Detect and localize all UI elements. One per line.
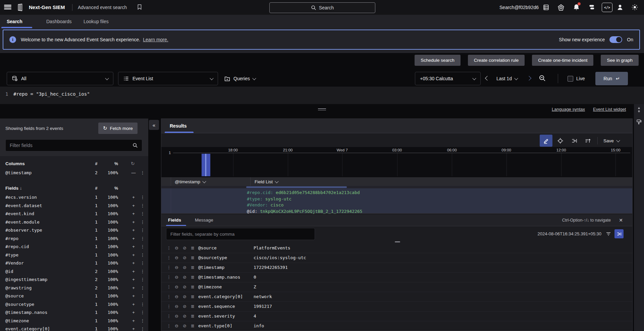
add-column-icon[interactable]: + [130,235,137,243]
add-column-icon[interactable]: + [130,276,137,284]
kebab-menu-icon[interactable]: ⋮ [140,268,145,276]
remove-filter-icon[interactable]: ⊖ [175,263,178,272]
timezone-dropdown[interactable]: +05:30 Calcutta [415,72,481,85]
kebab-menu-icon[interactable]: ⋮ [140,210,145,218]
remove-filter-icon[interactable]: ⊖ [175,312,178,321]
jump-to-event-icon[interactable] [568,135,581,147]
tab-lookup-files[interactable]: Lookup files [84,15,109,28]
field-row[interactable]: #event.module 1 100% + ⋮ [0,218,148,227]
tab-dashboards[interactable]: Dashboards [46,15,72,28]
action-button[interactable]: Schedule search [415,55,461,66]
zoom-out-icon[interactable] [539,75,546,82]
remove-filter-icon[interactable]: ⊖ [175,253,178,263]
add-column-icon[interactable]: + [130,243,137,251]
timestamp-column-header[interactable]: @timestamp [175,177,206,186]
show-in-list-icon[interactable]: ≣ [191,292,195,301]
exclude-filter-icon[interactable]: ⊘ [183,253,186,263]
kebab-menu-icon[interactable]: ⋮ [167,292,171,301]
field-row[interactable]: @timestamp.nanos 1 100% + ⋮ [0,309,148,317]
kebab-menu-icon[interactable]: ⋮ [167,312,171,321]
remove-column-icon[interactable]: — [130,169,137,177]
field-row[interactable]: @id 2 100% + ⋮ [0,268,148,276]
inspector-filter-input[interactable]: Filter fields, separate by comma [166,228,315,240]
field-row[interactable]: #repo.cid 1 100% + ⋮ [0,243,148,251]
show-in-list-icon[interactable]: ≣ [191,253,195,263]
field-row[interactable]: #observer.type 1 100% + ⋮ [0,226,148,235]
kebab-menu-icon[interactable]: ⋮ [140,193,145,202]
data-connections-icon[interactable] [542,3,550,11]
remove-filter-icon[interactable]: ⊖ [175,302,178,311]
exclude-filter-icon[interactable]: ⊘ [183,321,186,331]
add-column-icon[interactable]: + [130,292,137,300]
partial-event-row[interactable] [161,186,632,188]
editor-resize-handle[interactable] [318,108,326,110]
add-column-icon[interactable]: + [130,193,137,202]
remove-filter-icon[interactable]: ⊖ [175,282,178,292]
add-column-icon[interactable]: + [130,309,137,317]
kebab-menu-icon[interactable]: ⋮ [167,321,171,331]
add-column-icon[interactable]: + [130,317,137,325]
kebab-menu-icon[interactable]: ⋮ [140,218,145,227]
exclude-filter-icon[interactable]: ⊘ [183,243,186,253]
kebab-menu-icon[interactable]: ⋮ [140,317,145,325]
annotate-pencil-icon[interactable] [540,135,552,147]
kebab-menu-icon[interactable]: ⋮ [140,276,145,284]
add-column-icon[interactable]: + [130,325,137,331]
kebab-menu-icon[interactable]: ⋮ [140,235,145,243]
collapse-vertical-icon[interactable] [636,107,642,113]
field-row[interactable]: @timezone 1 100% + ⋮ [0,317,148,325]
user-icon[interactable] [616,3,624,11]
add-column-icon[interactable]: + [130,300,137,309]
field-row[interactable]: #event.kind 1 100% + ⋮ [0,210,148,218]
time-back-button[interactable] [486,76,489,81]
add-column-icon[interactable]: + [130,284,137,292]
timeline-bar[interactable] [206,154,210,176]
live-checkbox[interactable] [568,76,573,82]
new-experience-toggle[interactable] [609,36,622,43]
code-console-icon[interactable]: </> [602,3,612,12]
inspector-field-row[interactable]: ⋮ ⊖ ⊘ ≣ @timestamp.nanos 0 [161,273,632,282]
action-button[interactable]: Create correlation rule [468,55,525,66]
live-checkbox-group[interactable]: Live [568,72,585,85]
show-in-list-icon[interactable]: ≣ [191,273,195,282]
action-button[interactable]: See in graph [601,55,639,66]
inspector-field-row[interactable]: ⋮ ⊖ ⊘ ≣ event.category[0] network [161,292,632,302]
field-row[interactable]: @sourcetype 1 100% + ⋮ [0,300,148,309]
field-row[interactable]: #repo 1 100% + ⋮ [0,235,148,243]
learn-more-link[interactable]: Learn more. [143,37,168,42]
time-forward-button[interactable] [527,76,531,81]
exclude-filter-icon[interactable]: ⊘ [183,292,186,301]
query-editor[interactable]: 1 #repo = "3pi_hec_cisco_ios" [0,87,644,104]
show-in-list-icon[interactable]: ≣ [191,282,195,292]
filter-fields-input[interactable]: Filter fields [5,139,142,151]
view-dropdown[interactable]: Event List [118,72,218,85]
action-button[interactable]: Create one-time incident [532,55,593,66]
show-in-list-icon[interactable]: ≣ [191,263,195,272]
inspector-resize-handle[interactable] [395,241,400,242]
filter-funnel-icon[interactable] [605,231,611,237]
inspector-field-row[interactable]: ⋮ ⊖ ⊘ ≣ event.type[0] info [161,321,632,331]
kebab-menu-icon[interactable]: ⋮ [167,273,171,282]
show-in-list-icon[interactable]: ≣ [191,312,195,321]
add-column-icon[interactable]: + [130,226,137,235]
kebab-menu-icon[interactable]: ⋮ [140,243,145,251]
exclude-filter-icon[interactable]: ⊘ [183,273,186,282]
field-row[interactable]: #ecs.version 1 100% + ⋮ [0,193,148,202]
notifications-bell-icon[interactable] [572,3,580,11]
remove-filter-icon[interactable]: ⊖ [175,321,178,331]
field-row[interactable]: @ingesttimestamp 2 100% + ⋮ [0,276,148,284]
fetch-more-button[interactable]: ↻ Fetch more [98,123,138,134]
language-syntax-link[interactable]: Language syntax [552,107,585,112]
scope-dropdown[interactable]: All [7,72,113,85]
time-range-dropdown[interactable]: Last 1d [496,72,518,85]
exclude-filter-icon[interactable]: ⊘ [183,312,186,321]
kebab-menu-icon[interactable]: ⋮ [140,284,145,292]
exclude-filter-icon[interactable]: ⊘ [183,302,186,311]
queries-menu-button[interactable]: Queries [224,72,256,85]
collapse-sidebar-button[interactable]: « [149,120,159,130]
column-row[interactable]: @timestamp 2 100% — ⋮ [0,169,148,177]
jump-to-fields-button[interactable] [614,229,624,238]
inspector-field-row[interactable]: ⋮ ⊖ ⊘ ≣ @timezone Z [161,282,632,292]
save-button[interactable]: Save [603,134,620,147]
inspector-field-row[interactable]: ⋮ ⊖ ⊘ ≣ event.sequence 1991217 [161,302,632,312]
